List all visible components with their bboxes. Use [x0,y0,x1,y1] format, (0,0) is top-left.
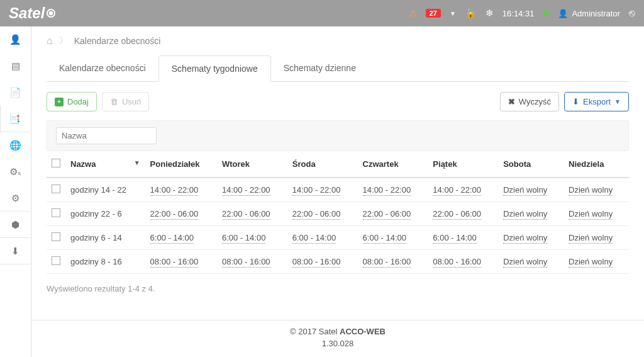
status-dot-icon [543,10,549,16]
breadcrumb-title: Kalendarze obecności [74,36,161,46]
sidebar: 👤 ▤ 📄 📑 🌐 ⚙ₛ ⚙ ⬢ ⬇ [0,26,31,357]
cell-name: godziny 8 - 16 [65,250,145,274]
sidebar-item-settings[interactable]: ⚙ₛ [0,159,31,185]
cell-tue: 14:00 - 22:00 [217,178,287,202]
chevron-down-icon: ▼ [614,98,621,105]
cell-thu: 22:00 - 06:00 [358,202,428,226]
cell-wed: 08:00 - 16:00 [287,250,358,274]
alert-count-badge[interactable]: 27 [426,9,441,18]
unlock-icon[interactable]: 🔓 [465,8,477,19]
cell-sat: Dzień wolny [498,178,564,202]
sidebar-item-modules[interactable]: ⬢ [0,212,31,238]
toolbar: + Dodaj 🗑 Usuń ✖ Wyczyść ⬇ Eksport [47,92,629,111]
logo-text: Satel [9,4,45,22]
close-icon: ✖ [508,97,515,106]
user-name: Administrator [572,9,620,18]
chevron-down-icon[interactable]: ▼ [450,10,456,17]
col-mon[interactable]: Poniedziałek [145,151,217,178]
name-filter-input[interactable] [56,127,157,144]
checkbox-icon[interactable] [52,256,60,265]
checkbox-icon[interactable] [52,159,60,167]
results-summary: Wyświetlono rezultaty 1-4 z 4. [47,284,629,293]
add-button-label: Dodaj [67,97,89,106]
cell-thu: 14:00 - 22:00 [358,178,428,202]
footer: © 2017 Satel ACCO-WEB 1.30.028 [31,320,644,357]
checkbox-icon[interactable] [52,208,60,217]
cell-sat: Dzień wolny [498,226,564,250]
table-row[interactable]: godziny 22 - 622:00 - 06:0022:00 - 06:00… [47,202,629,226]
tab-daily-schemes[interactable]: Schematy dzienne [271,55,369,81]
checkbox-icon[interactable] [52,232,60,241]
col-sat[interactable]: Sobota [498,151,564,178]
cell-mon: 08:00 - 16:00 [145,250,217,274]
cell-fri: 14:00 - 22:00 [428,178,498,202]
sidebar-item-download[interactable]: ⬇ [0,238,31,264]
col-sun[interactable]: Niedziela [564,151,629,178]
col-check[interactable] [47,151,65,178]
warning-icon[interactable]: ⚠ [409,8,417,19]
delete-button[interactable]: 🗑 Usuń [102,92,149,111]
cell-sat: Dzień wolny [498,202,564,226]
logo: Satel [9,4,55,22]
checkbox-icon[interactable] [52,184,60,193]
sidebar-item-globe[interactable]: 🌐 [0,132,31,159]
plus-icon: + [55,98,64,106]
table-row[interactable]: godziny 14 - 2214:00 - 22:0014:00 - 22:0… [47,178,629,202]
table-row[interactable]: godziny 6 - 146:00 - 14:006:00 - 14:006:… [47,226,629,250]
cell-thu: 6:00 - 14:00 [358,226,428,250]
cell-wed: 14:00 - 22:00 [287,178,358,202]
clear-button[interactable]: ✖ Wyczyść [500,92,559,111]
logo-sun-icon [47,9,55,18]
cell-sun: Dzień wolny [564,250,629,274]
tab-weekly-schemes[interactable]: Schematy tygodniowe [158,55,271,82]
filter-bar [47,120,629,151]
breadcrumb: ⌂ 〉 Kalendarze obecności [47,35,629,47]
col-fri[interactable]: Piątek [428,151,498,178]
cell-wed: 6:00 - 14:00 [287,226,358,250]
clear-button-label: Wyczyść [519,97,551,106]
tab-attendance-calendars[interactable]: Kalendarze obecności [47,55,158,81]
export-button[interactable]: ⬇ Eksport ▼ [564,92,629,111]
cell-tue: 22:00 - 06:00 [217,202,287,226]
delete-button-label: Usuń [122,97,141,106]
home-icon[interactable]: ⌂ [47,35,53,47]
col-tue[interactable]: Wtorek [217,151,287,178]
footer-version: 1.30.028 [31,339,644,348]
logout-icon[interactable]: ⎋ [629,8,635,19]
cell-sat: Dzień wolny [498,250,564,274]
cell-fri: 6:00 - 14:00 [428,226,498,250]
cell-wed: 22:00 - 06:00 [287,202,358,226]
app-header: Satel ⚠ 27 ▼ 🔓 ❄ 16:14:31 👤 Administrato… [0,0,644,26]
cell-name: godziny 22 - 6 [65,202,145,226]
user-icon: 👤 [558,9,568,18]
sort-desc-icon: ▼ [134,159,140,166]
cell-tue: 08:00 - 16:00 [217,250,287,274]
footer-copyright: © 2017 Satel ACCO-WEB [31,327,644,336]
snowflake-icon[interactable]: ❄ [486,8,494,19]
cell-sun: Dzień wolny [564,178,629,202]
cell-fri: 22:00 - 06:00 [428,202,498,226]
cell-mon: 22:00 - 06:00 [145,202,217,226]
col-thu[interactable]: Czwartek [358,151,428,178]
cell-name: godziny 6 - 14 [65,226,145,250]
sidebar-item-document[interactable]: 📄 [0,79,31,106]
cell-sun: Dzień wolny [564,226,629,250]
user-menu[interactable]: 👤 Administrator [558,9,620,18]
cell-mon: 6:00 - 14:00 [145,226,217,250]
breadcrumb-sep: 〉 [59,35,68,47]
cell-thu: 08:00 - 16:00 [358,250,428,274]
sidebar-item-copy[interactable]: 📑 [0,106,31,132]
cell-mon: 14:00 - 22:00 [145,178,217,202]
trash-icon: 🗑 [110,97,118,106]
sidebar-item-users[interactable]: 👤 [0,26,31,53]
add-button[interactable]: + Dodaj [47,92,97,111]
sidebar-item-gear[interactable]: ⚙ [0,185,31,212]
tabs: Kalendarze obecności Schematy tygodniowe… [47,55,629,82]
col-name[interactable]: Nazwa▼ [65,151,145,178]
sidebar-item-calendar[interactable]: ▤ [0,53,31,79]
table-row[interactable]: godziny 8 - 1608:00 - 16:0008:00 - 16:00… [47,250,629,274]
header-right: ⚠ 27 ▼ 🔓 ❄ 16:14:31 👤 Administrator ⎋ [409,8,635,19]
col-wed[interactable]: Środa [287,151,358,178]
cell-fri: 08:00 - 16:00 [428,250,498,274]
clock-time: 16:14:31 [502,9,535,18]
